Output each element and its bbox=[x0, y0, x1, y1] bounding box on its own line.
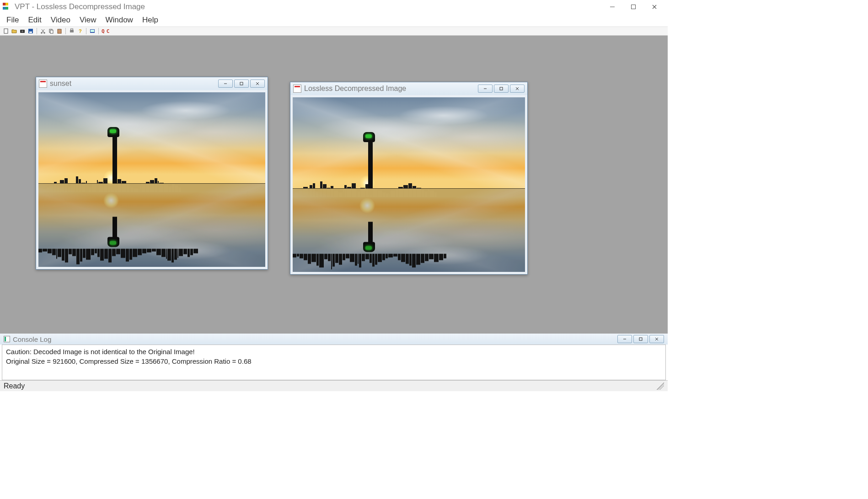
paste-icon[interactable] bbox=[56, 28, 63, 34]
print-icon[interactable] bbox=[69, 28, 75, 34]
svg-rect-29 bbox=[639, 338, 642, 340]
toolbar-q-button[interactable]: Q bbox=[102, 28, 105, 34]
main-window: VPT - Lossless Decompressed Image File E… bbox=[0, 0, 668, 391]
open-icon[interactable] bbox=[11, 28, 17, 34]
cut-icon[interactable] bbox=[40, 28, 46, 34]
svg-point-6 bbox=[21, 31, 23, 32]
image-view bbox=[293, 97, 525, 272]
svg-rect-19 bbox=[91, 30, 94, 32]
menu-file[interactable]: File bbox=[2, 15, 23, 26]
mdi-client-area: sunset bbox=[0, 36, 668, 332]
statusbar: Ready bbox=[0, 380, 668, 391]
child-window[interactable]: sunset bbox=[36, 77, 268, 270]
toolbar-separator bbox=[37, 28, 37, 34]
document-icon bbox=[293, 85, 301, 93]
child-titlebar[interactable]: sunset bbox=[36, 77, 268, 90]
menu-window[interactable]: Window bbox=[101, 15, 137, 26]
minimize-button[interactable] bbox=[602, 0, 623, 14]
camera-icon[interactable] bbox=[19, 28, 26, 34]
child-maximize-button[interactable] bbox=[234, 80, 249, 88]
child-titlebar[interactable]: Lossless Decompressed Image bbox=[290, 82, 527, 95]
console-log-panel: Console Log Caution: Decoded Image is no… bbox=[0, 332, 668, 380]
console-close-button[interactable] bbox=[649, 335, 664, 343]
svg-rect-14 bbox=[59, 29, 60, 30]
svg-rect-8 bbox=[29, 32, 32, 33]
console-log-titlebar[interactable]: Console Log bbox=[0, 334, 668, 345]
toolbar-separator bbox=[86, 28, 86, 34]
menu-video[interactable]: Video bbox=[46, 15, 75, 26]
svg-rect-16 bbox=[71, 29, 73, 30]
child-close-button[interactable] bbox=[250, 80, 265, 88]
status-text: Ready bbox=[4, 382, 25, 390]
about-icon[interactable] bbox=[89, 28, 96, 34]
copy-icon[interactable] bbox=[48, 28, 54, 34]
child-minimize-button[interactable] bbox=[478, 85, 493, 93]
titlebar[interactable]: VPT - Lossless Decompressed Image bbox=[0, 0, 668, 14]
svg-rect-25 bbox=[500, 87, 503, 90]
child-window-title: Lossless Decompressed Image bbox=[304, 85, 406, 93]
menu-view[interactable]: View bbox=[75, 15, 101, 26]
child-close-button[interactable] bbox=[510, 85, 525, 93]
svg-rect-21 bbox=[240, 82, 243, 85]
console-icon bbox=[4, 336, 10, 342]
menubar: File Edit Video View Window Help bbox=[0, 14, 668, 27]
child-window[interactable]: Lossless Decompressed Image bbox=[290, 82, 528, 275]
toolbar-separator bbox=[98, 28, 99, 34]
toolbar-c-button[interactable]: C bbox=[107, 28, 110, 34]
toolbar-separator bbox=[65, 28, 66, 34]
help-icon[interactable]: ? bbox=[77, 28, 83, 34]
save-icon[interactable] bbox=[27, 28, 34, 34]
svg-rect-15 bbox=[70, 30, 74, 32]
app-title: VPT - Lossless Decompressed Image bbox=[15, 2, 145, 11]
console-maximize-button[interactable] bbox=[633, 335, 648, 343]
console-title: Console Log bbox=[13, 335, 51, 343]
maximize-button[interactable] bbox=[623, 0, 644, 14]
toolbar: ? Q C bbox=[0, 27, 668, 36]
svg-rect-12 bbox=[50, 30, 53, 33]
svg-text:?: ? bbox=[79, 28, 82, 34]
child-minimize-button[interactable] bbox=[218, 80, 233, 88]
app-icon bbox=[3, 3, 11, 11]
console-line: Caution: Decoded Image is not identical … bbox=[6, 347, 662, 356]
image-view bbox=[38, 92, 265, 267]
svg-rect-13 bbox=[58, 29, 61, 33]
svg-rect-4 bbox=[4, 29, 8, 33]
new-icon[interactable] bbox=[3, 28, 9, 34]
console-minimize-button[interactable] bbox=[617, 335, 632, 343]
child-window-title: sunset bbox=[50, 80, 71, 88]
resize-grip-icon[interactable] bbox=[657, 382, 664, 390]
close-button[interactable] bbox=[644, 0, 665, 14]
document-icon bbox=[39, 80, 47, 88]
console-log-body[interactable]: Caution: Decoded Image is not identical … bbox=[2, 345, 666, 380]
menu-help[interactable]: Help bbox=[138, 15, 163, 26]
console-line: Original Size = 921600, Compressed Size … bbox=[6, 356, 662, 366]
svg-rect-1 bbox=[632, 5, 636, 9]
child-maximize-button[interactable] bbox=[494, 85, 509, 93]
menu-edit[interactable]: Edit bbox=[23, 15, 46, 26]
